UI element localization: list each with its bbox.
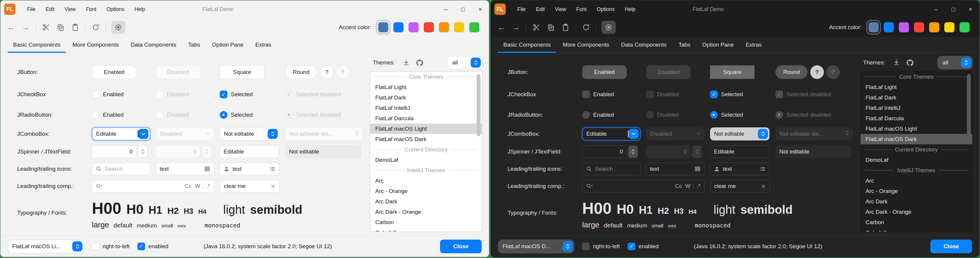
tab-option-pane[interactable]: Option Pane [697, 41, 739, 53]
tab-data-components[interactable]: Data Components [126, 41, 182, 53]
search-input[interactable]: Search [92, 163, 150, 175]
theme-list-item[interactable]: Carbon [861, 217, 972, 228]
lookandfeel-combo[interactable]: FlatLaf macOS Li... [8, 240, 84, 253]
chevron-updown-icon[interactable] [961, 58, 971, 68]
paste-icon[interactable] [70, 22, 80, 32]
back-icon[interactable]: ← [496, 22, 506, 32]
back-icon[interactable]: ← [6, 22, 16, 32]
download-icon[interactable] [893, 59, 900, 66]
refresh-icon[interactable] [91, 22, 101, 32]
checkbox-selected[interactable]: ✓ [220, 90, 228, 98]
theme-list-item[interactable]: FlatLaf IntelliJ [861, 103, 972, 113]
forward-icon[interactable]: → [511, 22, 521, 32]
textfield-editable[interactable]: Editable [220, 146, 279, 158]
square-button[interactable]: Square [710, 65, 755, 79]
chevron-down-icon[interactable] [628, 129, 639, 139]
tab-extras[interactable]: Extras [250, 41, 277, 53]
theme-list-item[interactable]: Cobalt 2 [370, 228, 482, 232]
table-icon[interactable] [204, 166, 210, 172]
theme-list-item[interactable]: Arc [861, 176, 972, 186]
accent-color-swatch-2[interactable] [393, 22, 404, 32]
theme-list-item[interactable]: FlatLaf Light [370, 82, 482, 92]
spinner-stepper[interactable] [138, 146, 148, 158]
theme-list-item[interactable]: FlatLaf macOS Light [370, 123, 482, 134]
clear-icon[interactable] [270, 184, 275, 189]
theme-list-item[interactable]: Arc - Orange [370, 186, 482, 196]
accent-color-swatch-4[interactable] [424, 22, 434, 32]
enabled-button[interactable]: Enabled [582, 65, 627, 79]
accent-color-swatch-2[interactable] [884, 22, 894, 32]
copy-icon[interactable] [56, 22, 66, 32]
combobox-editable[interactable]: Editable [582, 127, 640, 141]
accent-color-swatch-3[interactable] [409, 22, 418, 32]
enabled-button[interactable]: Enabled [92, 65, 137, 79]
scrollbar-thumb[interactable] [477, 74, 480, 136]
maximize-button[interactable]: □ [454, 1, 472, 18]
radio-selected[interactable] [710, 111, 718, 119]
download-icon[interactable] [402, 59, 410, 66]
github-icon[interactable] [416, 59, 424, 67]
scrollbar-thumb[interactable] [967, 74, 971, 136]
tab-option-pane[interactable]: Option Pane [207, 41, 249, 53]
paste-icon[interactable] [560, 22, 571, 32]
match-case-button[interactable]: Cc [185, 183, 192, 190]
combobox-not-editable[interactable]: Not editable [220, 127, 279, 141]
match-case-button[interactable]: Cc [675, 183, 682, 190]
minimize-button[interactable]: – [437, 1, 454, 18]
show-hover-toggle-button[interactable] [111, 21, 126, 34]
theme-list-item[interactable]: FlatLaf macOS Light [861, 123, 972, 134]
accent-color-swatch-5[interactable] [439, 22, 449, 32]
themes-list[interactable]: Core ThemesFlatLaf LightFlatLaf DarkFlat… [370, 71, 482, 232]
theme-list-item[interactable]: DemoLaf [370, 155, 482, 165]
theme-list-item[interactable]: Arc Dark - Orange [370, 207, 482, 217]
whole-word-button[interactable]: W [685, 183, 690, 190]
accent-color-swatch-1[interactable] [378, 22, 388, 32]
theme-list-item[interactable]: Arc Dark - Orange [861, 207, 972, 217]
clearable-input[interactable]: clear me [710, 180, 770, 192]
combobox-not-editable[interactable]: Not editable [710, 127, 770, 141]
text-input-with-user-icon[interactable]: text [710, 163, 770, 175]
cut-icon[interactable] [41, 22, 51, 32]
checkbox-enabled[interactable] [582, 90, 590, 98]
menu-edit[interactable]: Edit [531, 1, 550, 18]
themes-filter-combo[interactable]: all [447, 56, 482, 69]
list-icon[interactable] [760, 166, 765, 172]
copy-icon[interactable] [546, 22, 556, 32]
accent-color-swatch-7[interactable] [469, 22, 479, 32]
forward-icon[interactable]: → [21, 22, 30, 32]
enabled-checkbox[interactable]: ✓ [628, 242, 635, 250]
theme-list-item[interactable]: Arc Dark [370, 196, 482, 207]
search-menu-icon[interactable] [586, 183, 593, 189]
clearable-input[interactable]: clear me [220, 180, 280, 192]
spinner-field[interactable]: 0 [92, 146, 137, 158]
theme-list-item[interactable]: FlatLaf Darcula [861, 113, 972, 123]
chevron-updown-icon[interactable] [471, 58, 481, 68]
close-window-button[interactable]: × [962, 1, 979, 18]
enabled-checkbox[interactable]: ✓ [137, 242, 145, 250]
help-button[interactable]: ? [810, 65, 824, 79]
accent-color-swatch-7[interactable] [959, 22, 970, 32]
tab-more-components[interactable]: More Components [557, 41, 614, 53]
theme-list-item[interactable]: FlatLaf macOS Dark [370, 134, 482, 144]
menu-options[interactable]: Options [592, 1, 620, 18]
theme-list-item[interactable]: FlatLaf Darcula [370, 113, 482, 123]
accent-color-swatch-1[interactable] [869, 22, 878, 32]
menu-view[interactable]: View [550, 1, 571, 18]
theme-list-item[interactable]: FlatLaf IntelliJ [370, 103, 482, 113]
right-to-left-checkbox[interactable] [92, 242, 99, 250]
theme-list-item[interactable]: Cobalt 2 [861, 228, 972, 232]
tab-basic-components[interactable]: Basic Components [498, 41, 556, 53]
menu-edit[interactable]: Edit [40, 1, 59, 18]
text-input-with-user-icon[interactable]: text [220, 163, 279, 175]
chevron-updown-icon[interactable] [563, 241, 573, 252]
help-button[interactable]: ? [320, 65, 334, 79]
menu-help[interactable]: Help [129, 1, 150, 18]
theme-list-item[interactable]: FlatLaf Light [861, 82, 972, 92]
menu-font[interactable]: Font [571, 1, 592, 18]
spinner-field[interactable]: 0 [582, 146, 627, 158]
tab-extras[interactable]: Extras [740, 41, 767, 53]
theme-list-item[interactable]: Arc [370, 176, 482, 186]
github-icon[interactable] [906, 59, 914, 67]
theme-list-item[interactable]: Arc - Orange [861, 186, 972, 196]
theme-list-item[interactable]: Arc Dark [861, 196, 972, 207]
